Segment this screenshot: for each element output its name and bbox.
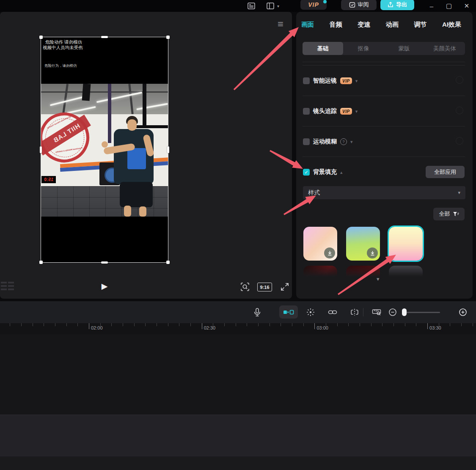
timeline-track[interactable] (0, 415, 476, 457)
ruler-tick (360, 323, 360, 326)
selection-handle-top-right[interactable] (166, 36, 170, 39)
maximize-button[interactable]: ▢ (443, 1, 455, 11)
selection-handle-right[interactable] (167, 146, 169, 153)
apply-all-button[interactable]: 全部应用 (426, 166, 465, 178)
help-icon[interactable]: ? (340, 138, 347, 145)
video-warning-text-1: 危险动作 请勿模仿 (45, 39, 82, 45)
preview-axis-icon[interactable] (305, 306, 316, 318)
selection-handle-top[interactable] (101, 36, 108, 38)
preview-quality-icon[interactable] (239, 281, 250, 292)
ruler-tick (66, 323, 67, 326)
gym-scene: High Intensity Interval Training Functio… (41, 84, 168, 217)
selection-handle-left[interactable] (40, 146, 42, 153)
ruler-tick (303, 323, 304, 326)
athlete-shorts (120, 182, 153, 207)
swatch-fade-overlay (303, 266, 466, 277)
filter-all-button[interactable]: 全部 (433, 208, 465, 220)
separator (303, 96, 465, 96)
subtab-beauty[interactable]: 美颜美体 (424, 42, 465, 55)
track-layers-icon[interactable] (1, 282, 15, 293)
subtab-mask[interactable]: 蒙版 (384, 42, 424, 55)
properties-panel: 画面 音频 变速 动画 调节 AI效果 基础 抠像 蒙版 美颜美体 智能运镜 V… (296, 12, 473, 299)
chevron-down-icon[interactable]: ▾ (355, 109, 358, 114)
timeline-scale-icon[interactable] (371, 306, 382, 318)
separator (303, 126, 465, 126)
row-motion-blur: 运动模糊 ? ▾ (303, 137, 465, 146)
zoom-slider[interactable] (403, 312, 440, 313)
record-voiceover-icon[interactable] (251, 306, 263, 318)
ruler-tick (111, 323, 112, 326)
motion-blur-label: 运动模糊 (313, 138, 337, 146)
reset-icon[interactable] (456, 137, 463, 145)
style-dropdown[interactable]: 样式 ▾ (303, 186, 465, 199)
tab-adjust[interactable]: 调节 (414, 21, 426, 29)
ruler-time-label: 03:00 (316, 325, 328, 330)
panel-subtabs: 基础 抠像 蒙版 美颜美体 (303, 42, 465, 55)
swatch-pink-peach-gradient[interactable] (303, 227, 337, 261)
subtab-basic[interactable]: 基础 (303, 42, 343, 55)
pullup-bar (133, 125, 168, 128)
lens-tracking-checkbox[interactable] (303, 108, 310, 115)
link-icon[interactable] (327, 306, 338, 318)
aspect-ratio-button[interactable]: 9:16 (257, 283, 272, 291)
separator (303, 157, 465, 157)
selection-handle-bottom-right[interactable] (166, 261, 170, 264)
ruler-tick (281, 323, 281, 326)
ruler-tick (450, 323, 450, 326)
background-fill-checkbox[interactable]: ✓ (303, 169, 310, 176)
tab-ai-effects[interactable]: AI效果 (442, 21, 461, 29)
reset-icon[interactable] (456, 76, 463, 84)
split-icon[interactable] (349, 306, 360, 318)
chevron-up-icon[interactable]: ▴ (340, 170, 343, 175)
layout-chevron-icon[interactable]: ▾ (277, 4, 279, 8)
ruler-tick (123, 323, 123, 326)
subtab-keying[interactable]: 抠像 (343, 42, 384, 55)
close-button[interactable]: ✕ (460, 1, 473, 11)
selection-handle-top-left[interactable] (39, 36, 43, 39)
ruler-tick (10, 323, 10, 326)
fullscreen-icon[interactable] (279, 281, 290, 292)
ruler-tick (461, 323, 462, 326)
tab-speed[interactable]: 变速 (358, 21, 370, 29)
vip-button[interactable]: VIP (300, 0, 327, 10)
export-button[interactable]: 导出 (380, 0, 414, 10)
tab-audio[interactable]: 音频 (330, 21, 342, 29)
expand-more-icon[interactable]: ▾ (377, 276, 380, 282)
timeline-toolbar (0, 301, 476, 323)
separator (303, 62, 465, 62)
subtitle-board-icon[interactable] (247, 1, 256, 11)
timeline-ruler[interactable]: 02:0002:3003:0003:30 (0, 323, 476, 334)
zoom-slider-handle[interactable] (402, 308, 407, 316)
tab-animation[interactable]: 动画 (386, 21, 399, 29)
swatch-yellow-pink-gradient[interactable] (389, 227, 423, 261)
ruler-tick (21, 323, 22, 326)
reset-icon[interactable] (456, 107, 463, 114)
minimize-button[interactable]: – (425, 1, 438, 11)
selection-handle-bottom-left[interactable] (39, 261, 43, 264)
ruler-tick (190, 323, 191, 326)
zoom-in-icon[interactable] (457, 306, 469, 318)
background-fill-label: 背景填充 (313, 168, 337, 176)
ruler-tick (179, 323, 179, 326)
play-button[interactable]: ▶ (99, 281, 110, 292)
chevron-down-icon[interactable]: ▾ (355, 78, 358, 84)
ruler-tick (416, 323, 416, 326)
zoom-out-icon[interactable] (387, 306, 399, 318)
swatch-blue-green-gradient[interactable] (346, 227, 380, 261)
review-button[interactable]: 审阅 (341, 0, 377, 10)
selection-handle-bottom[interactable] (101, 261, 108, 264)
motion-blur-checkbox[interactable] (303, 138, 310, 145)
video-canvas[interactable]: 危险动作 请勿模仿 视频中人员均未受伤 危险行为，请勿模仿 (41, 37, 168, 262)
chevron-down-icon[interactable]: ▾ (350, 139, 353, 145)
auto-snap-toggle[interactable] (279, 305, 298, 319)
panel-tabs: 画面 音频 变速 动画 调节 AI效果 (301, 17, 461, 32)
timeline-empty-area[interactable] (0, 334, 476, 415)
vip-badge-icon: VIP (340, 77, 352, 84)
tab-picture[interactable]: 画面 (301, 21, 314, 29)
layout-panel-icon[interactable] (266, 1, 275, 11)
smart-camera-checkbox[interactable] (303, 77, 310, 84)
preview-menu-icon[interactable]: ≡ (275, 20, 286, 29)
ruler-tick (55, 323, 55, 326)
download-icon (324, 247, 335, 258)
style-dropdown-label: 样式 (308, 189, 320, 197)
